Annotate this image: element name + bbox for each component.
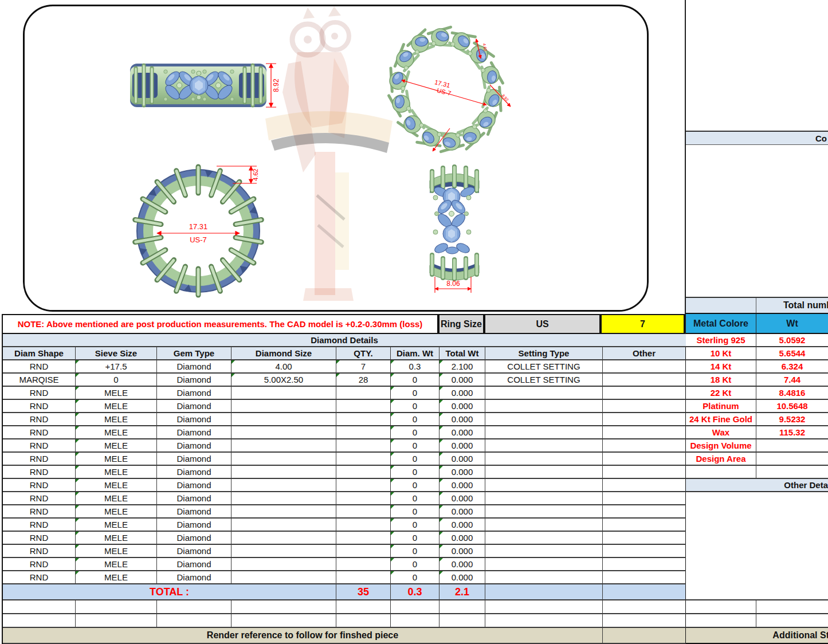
cell-total-wt[interactable]: 0.000	[439, 387, 485, 400]
cell-diam-wt[interactable]: 0	[391, 374, 439, 387]
cell-diamond-size[interactable]	[231, 426, 336, 439]
cell-qty[interactable]: 28	[336, 374, 391, 387]
cell-gem-type[interactable]: Diamond	[157, 492, 231, 505]
cell-diam-shape[interactable]: RND	[3, 571, 76, 584]
metal-name-cell[interactable]: Platinum	[686, 400, 756, 413]
other-details-box[interactable]	[686, 492, 828, 600]
metal-name-cell[interactable]	[686, 466, 756, 479]
cell-qty[interactable]	[336, 400, 391, 413]
total-total-wt[interactable]: 2.1	[439, 584, 485, 600]
cell-qty[interactable]	[336, 571, 391, 584]
metal-name-cell[interactable]: 22 Kt	[686, 387, 756, 400]
total-label[interactable]: TOTAL :	[3, 584, 336, 600]
metal-weight-cell[interactable]	[756, 439, 828, 453]
cell-total-wt[interactable]: 0.000	[439, 571, 485, 584]
header-other[interactable]: Other	[603, 347, 686, 360]
metal-weight-cell[interactable]: 9.5232	[756, 413, 828, 426]
cell-diam-shape[interactable]: RND	[3, 453, 76, 466]
cell-diam-wt[interactable]: 0	[391, 426, 439, 439]
metal-weight-cell[interactable]	[756, 453, 828, 466]
cell-qty[interactable]	[336, 466, 391, 479]
cell-setting-type[interactable]: COLLET SETTING	[485, 360, 603, 374]
cell-diam-shape[interactable]: RND	[3, 439, 76, 453]
cell-gem-type[interactable]: Diamond	[157, 360, 231, 374]
empty-cell[interactable]	[157, 614, 231, 628]
empty-cell[interactable]	[686, 600, 756, 613]
ring-size-value-cell[interactable]: 7	[601, 314, 685, 334]
cell-setting-type[interactable]	[485, 439, 603, 453]
total-qty[interactable]: 35	[336, 584, 391, 600]
header-setting-type[interactable]: Setting Type	[485, 347, 603, 360]
empty-cell[interactable]	[336, 600, 391, 614]
cell-qty[interactable]	[336, 413, 391, 426]
cell-total-wt[interactable]: 0.000	[439, 492, 485, 505]
cell-sieve-size[interactable]: 0	[76, 374, 157, 387]
cell-setting-type[interactable]: COLLET SETTING	[485, 374, 603, 387]
metal-weight-cell[interactable]: 10.5648	[756, 400, 828, 413]
empty-cell[interactable]	[3, 614, 76, 628]
cell-total-wt[interactable]: 0.000	[439, 426, 485, 439]
cell-gem-type[interactable]: Diamond	[157, 400, 231, 413]
cell-total-wt[interactable]: 0.000	[439, 532, 485, 545]
cell-qty[interactable]: 7	[336, 360, 391, 374]
cell-sieve-size[interactable]: MELE	[76, 571, 157, 584]
metal-name-cell[interactable]: 10 Kt	[686, 347, 756, 360]
cell-setting-type[interactable]	[485, 426, 603, 439]
cell-other[interactable]	[603, 413, 686, 426]
cell-diamond-size[interactable]	[231, 558, 336, 571]
cell-qty[interactable]	[336, 505, 391, 519]
ring-size-region-cell[interactable]: US	[484, 314, 601, 334]
cell-diam-wt[interactable]: 0	[391, 545, 439, 558]
cell-sieve-size[interactable]: MELE	[76, 532, 157, 545]
cell-total-wt[interactable]: 0.000	[439, 453, 485, 466]
ring-size-label[interactable]: Ring Size	[438, 314, 484, 334]
header-qty[interactable]: QTY.	[336, 347, 391, 360]
cell-gem-type[interactable]: Diamond	[157, 505, 231, 519]
cell-diam-shape[interactable]: RND	[3, 558, 76, 571]
cell-gem-type[interactable]: Diamond	[157, 453, 231, 466]
cell-diam-shape[interactable]: RND	[3, 532, 76, 545]
cell-setting-type[interactable]	[485, 545, 603, 558]
cell-diam-wt[interactable]: 0	[391, 519, 439, 532]
cell-other[interactable]	[603, 479, 686, 492]
cell-diamond-size[interactable]	[231, 492, 336, 505]
cell-qty[interactable]	[336, 426, 391, 439]
cell-diam-shape[interactable]: RND	[3, 545, 76, 558]
cell-diamond-size[interactable]	[231, 505, 336, 519]
cell-diam-wt[interactable]: 0	[391, 558, 439, 571]
metal-weight-cell[interactable]: 115.32	[756, 426, 828, 439]
metal-colore-header[interactable]: Metal Colore	[686, 314, 756, 333]
cell-diam-wt[interactable]: 0	[391, 439, 439, 453]
cell-other[interactable]	[603, 519, 686, 532]
cell-other[interactable]	[603, 545, 686, 558]
cell-diamond-size[interactable]	[231, 532, 336, 545]
cell-diamond-size[interactable]	[231, 453, 336, 466]
empty-cell[interactable]	[231, 614, 336, 628]
cell-other[interactable]	[603, 532, 686, 545]
cell-sieve-size[interactable]: MELE	[76, 426, 157, 439]
cell-other[interactable]	[603, 492, 686, 505]
metal-name-cell[interactable]: Sterling 925	[686, 334, 756, 347]
empty-cell[interactable]	[391, 600, 439, 614]
cell-qty[interactable]	[336, 545, 391, 558]
cell-gem-type[interactable]: Diamond	[157, 571, 231, 584]
cell-diam-wt[interactable]: 0	[391, 505, 439, 519]
cell-total-wt[interactable]: 0.000	[439, 558, 485, 571]
cell-diamond-size[interactable]	[231, 519, 336, 532]
cell-other[interactable]	[603, 571, 686, 584]
cell-diam-wt[interactable]: 0	[391, 479, 439, 492]
header-sieve-size[interactable]: Sieve Size	[76, 347, 157, 360]
empty-cell[interactable]	[485, 600, 603, 614]
cell-diam-shape[interactable]: RND	[3, 413, 76, 426]
cell-qty[interactable]	[336, 387, 391, 400]
cell-sieve-size[interactable]: MELE	[76, 387, 157, 400]
cell-qty[interactable]	[336, 492, 391, 505]
metal-name-cell[interactable]: Design Volume	[686, 439, 756, 453]
render-note-side-cell[interactable]	[603, 628, 686, 644]
cell-diam-wt[interactable]: 0	[391, 400, 439, 413]
cell-other[interactable]	[603, 466, 686, 479]
empty-cell[interactable]	[686, 614, 756, 627]
cell-sieve-size[interactable]: MELE	[76, 519, 157, 532]
cell-sieve-size[interactable]: +17.5	[76, 360, 157, 374]
cell-diam-shape[interactable]: RND	[3, 505, 76, 519]
